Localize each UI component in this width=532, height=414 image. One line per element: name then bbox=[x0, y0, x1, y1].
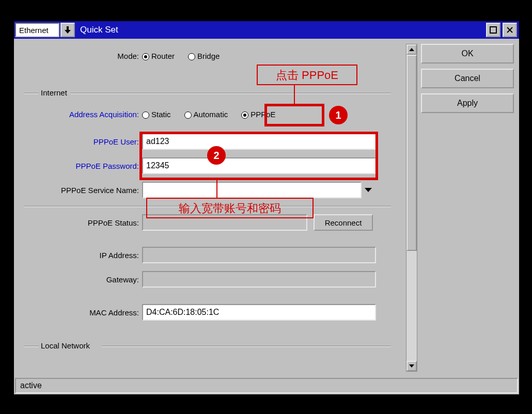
group-line bbox=[71, 93, 391, 94]
addr-static-text: Static bbox=[151, 110, 171, 119]
cancel-label: Cancel bbox=[455, 74, 480, 83]
annotation-pppoe-highlight bbox=[264, 104, 324, 126]
ip-address-label: IP Address: bbox=[19, 251, 142, 260]
annotation-enter-account: 输入宽带账号和密码 bbox=[146, 201, 314, 216]
group-line bbox=[24, 93, 40, 94]
pppoe-status-label: PPPoE Status: bbox=[19, 218, 142, 227]
ok-label: OK bbox=[461, 49, 473, 58]
internet-group-label: Internet bbox=[39, 88, 69, 97]
triangle-down-icon bbox=[365, 188, 372, 192]
ip-address-field bbox=[142, 247, 376, 263]
scroll-up-button[interactable] bbox=[406, 44, 417, 55]
pppoe-password-label: PPPoE Password: bbox=[19, 162, 142, 170]
close-icon bbox=[506, 26, 513, 34]
radio-icon bbox=[142, 53, 149, 60]
window-title: Quick Set bbox=[80, 25, 118, 35]
apply-label: Apply bbox=[457, 99, 478, 108]
reconnect-button[interactable]: Reconnect bbox=[314, 214, 373, 231]
addr-automatic-radio[interactable]: Automatic bbox=[184, 110, 228, 119]
annotation-connector bbox=[294, 85, 295, 104]
radio-icon bbox=[241, 112, 248, 119]
annotation-click-pppoe: 点击 PPPoE bbox=[257, 68, 357, 83]
servicename-dropdown-toggle[interactable] bbox=[362, 182, 375, 198]
reconnect-label: Reconnect bbox=[325, 218, 362, 227]
down-arrow-icon bbox=[65, 26, 71, 34]
triangle-down-icon bbox=[409, 364, 414, 368]
mode-router-radio[interactable]: Router bbox=[142, 52, 175, 60]
radio-icon bbox=[142, 112, 149, 119]
group-line bbox=[102, 346, 391, 347]
mac-address-value: D4:CA:6D:18:05:1C bbox=[146, 308, 219, 317]
mode-combo-dropdown-button[interactable] bbox=[60, 23, 75, 37]
addr-automatic-text: Automatic bbox=[194, 110, 228, 119]
svg-marker-6 bbox=[409, 48, 414, 51]
close-button[interactable] bbox=[503, 23, 517, 37]
svg-marker-5 bbox=[365, 188, 372, 192]
gateway-field bbox=[142, 271, 376, 288]
mode-bridge-radio[interactable]: Bridge bbox=[188, 52, 220, 60]
annotation-badge-1: 1 bbox=[329, 106, 348, 124]
titlebar: Ethernet Quick Set bbox=[14, 21, 519, 39]
annotation-credentials-highlight bbox=[139, 132, 378, 180]
right-button-bar: OK Cancel Apply bbox=[421, 44, 514, 113]
triangle-up-icon bbox=[409, 48, 414, 51]
ok-button[interactable]: OK bbox=[421, 44, 514, 63]
pppoe-servicename-input[interactable] bbox=[142, 182, 362, 198]
mac-address-input[interactable]: D4:CA:6D:18:05:1C bbox=[142, 304, 376, 321]
mode-bridge-text: Bridge bbox=[197, 52, 220, 60]
addr-static-radio[interactable]: Static bbox=[142, 110, 171, 119]
mac-address-label: MAC Address: bbox=[19, 308, 142, 317]
scroll-thumb[interactable] bbox=[406, 55, 417, 251]
address-acquisition-label: Address Acquisition: bbox=[19, 110, 142, 119]
status-bar: active bbox=[15, 378, 518, 393]
group-line bbox=[24, 346, 40, 347]
annotation-connector bbox=[216, 180, 217, 198]
mode-router-text: Router bbox=[151, 52, 175, 60]
pppoe-user-label: PPPoE User: bbox=[19, 137, 142, 146]
minimize-button[interactable] bbox=[486, 23, 500, 37]
mode-combo[interactable]: Ethernet bbox=[15, 23, 59, 37]
svg-rect-2 bbox=[490, 27, 496, 33]
svg-rect-0 bbox=[67, 26, 69, 30]
scroll-down-button[interactable] bbox=[406, 361, 417, 371]
local-network-group-label: Local Network bbox=[39, 341, 92, 350]
minimize-icon bbox=[490, 26, 497, 34]
cancel-button[interactable]: Cancel bbox=[421, 69, 514, 88]
radio-icon bbox=[184, 112, 192, 119]
mode-combo-value: Ethernet bbox=[19, 26, 49, 35]
svg-marker-1 bbox=[65, 30, 71, 34]
status-text: active bbox=[20, 381, 42, 390]
gateway-label: Gateway: bbox=[19, 275, 142, 284]
pppoe-servicename-label: PPPoE Service Name: bbox=[19, 186, 142, 195]
apply-button[interactable]: Apply bbox=[421, 93, 514, 113]
svg-marker-7 bbox=[409, 364, 414, 368]
radio-icon bbox=[188, 53, 195, 60]
vertical-scrollbar[interactable] bbox=[406, 44, 417, 372]
mode-label: Mode: bbox=[19, 52, 142, 60]
annotation-badge-2: 2 bbox=[207, 146, 226, 165]
